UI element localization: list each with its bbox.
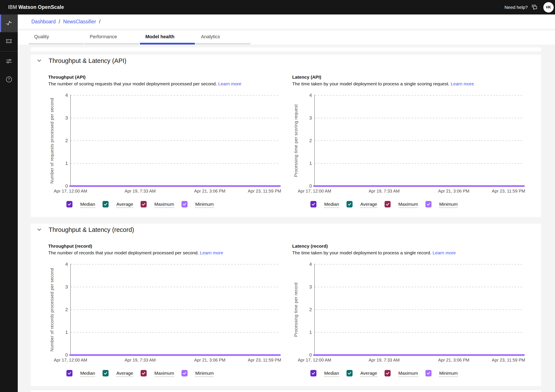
x-tick-label: Apr 17, 12:00 AM	[42, 357, 99, 363]
tab-quality[interactable]: Quality	[29, 30, 84, 44]
y-axis-line	[314, 264, 315, 356]
x-tick-label: Apr 19, 7:33 AM	[112, 357, 168, 363]
legend-label[interactable]: Median	[324, 202, 339, 208]
tab-underline	[196, 43, 250, 44]
breadcrumb-newsclassifier[interactable]: NewsClassifier	[63, 19, 96, 25]
need-help-link[interactable]: Need help?	[505, 5, 528, 10]
gridline	[315, 287, 524, 287]
legend-checkbox[interactable]	[310, 370, 316, 377]
legend-checkbox[interactable]	[141, 201, 147, 207]
legend-checkbox[interactable]	[66, 201, 73, 207]
legend-label[interactable]: Maximum	[398, 202, 418, 208]
tab-model-health[interactable]: Model health	[140, 30, 195, 44]
y-tick-label: 4	[55, 92, 68, 98]
legend-label[interactable]: Maximum	[154, 202, 174, 208]
x-tick-label: Apr 23, 11:59 PM	[225, 188, 281, 194]
y-tick-label: 4	[299, 92, 312, 98]
chart-description-text: The number of records that your model de…	[48, 250, 199, 255]
x-tick-label: Apr 17, 12:00 AM	[42, 188, 99, 194]
x-tick-label: Apr 23, 11:59 PM	[469, 188, 525, 194]
legend-item: Minimum	[425, 370, 458, 377]
y-tick-label: 4	[299, 261, 312, 267]
x-tick-label: Apr 19, 7:33 AM	[112, 188, 168, 194]
chevron-down-icon[interactable]	[37, 227, 41, 232]
legend-label[interactable]: Maximum	[398, 371, 418, 377]
brand-name: Watson OpenScale	[18, 4, 64, 10]
tab-underline	[140, 43, 195, 44]
y-axis-title: Processing time per scoring request	[293, 87, 299, 195]
y-axis-line	[70, 95, 71, 187]
legend-label[interactable]: Minimum	[195, 202, 214, 208]
learn-more-link[interactable]: Learn more	[200, 250, 223, 255]
tab-label: Performance	[90, 34, 117, 40]
sidebar-item-monitors[interactable]	[0, 14, 18, 32]
legend-checkbox[interactable]	[425, 370, 431, 377]
sidebar-item-help[interactable]: ?	[0, 71, 18, 88]
learn-more-link[interactable]: Learn more	[433, 250, 456, 255]
y-tick-label: 3	[299, 284, 312, 290]
sidebar-item-support[interactable]	[0, 32, 18, 50]
avatar[interactable]: HK	[543, 2, 554, 13]
section-card-api: Throughput & Latency (API)Throughput (AP…	[31, 55, 541, 217]
chart-description-text: The number of scoring requests that your…	[48, 81, 217, 86]
tab-underline	[29, 43, 84, 44]
chevron-down-icon[interactable]	[37, 58, 41, 63]
legend-label[interactable]: Minimum	[439, 202, 458, 208]
legend-checkbox[interactable]	[102, 201, 109, 207]
learn-more-link[interactable]: Learn more	[218, 81, 241, 86]
sidebar: ?	[0, 14, 18, 392]
breadcrumb-separator: /	[99, 19, 100, 25]
gridline	[315, 95, 524, 95]
legend-checkbox[interactable]	[385, 201, 391, 207]
tab-bar: QualityPerformanceModel healthAnalytics	[18, 30, 555, 44]
legend-item: Minimum	[182, 370, 214, 377]
breadcrumb: Dashboard / NewsClassifier /	[31, 19, 100, 25]
gridline	[71, 141, 280, 141]
legend-label[interactable]: Average	[116, 371, 133, 377]
legend-checkbox[interactable]	[310, 201, 316, 207]
gridline	[71, 332, 280, 333]
data-line	[69, 185, 281, 187]
breadcrumb-bar: Dashboard / NewsClassifier /	[18, 14, 555, 29]
learn-more-link[interactable]: Learn more	[451, 81, 474, 86]
legend-item: Maximum	[141, 201, 174, 208]
tab-analytics[interactable]: Analytics	[196, 30, 250, 44]
y-tick-label: 2	[299, 307, 312, 313]
legend-checkbox[interactable]	[385, 370, 391, 377]
breadcrumb-dashboard[interactable]: Dashboard	[31, 19, 56, 25]
data-line	[313, 354, 525, 356]
legend-checkbox[interactable]	[182, 201, 188, 207]
legend-label[interactable]: Median	[80, 371, 95, 377]
legend-checkbox[interactable]	[141, 370, 147, 377]
legend-checkbox[interactable]	[346, 370, 352, 377]
legend-label[interactable]: Maximum	[154, 371, 174, 377]
legend-checkbox[interactable]	[182, 370, 188, 377]
legend-checkbox[interactable]	[102, 370, 109, 377]
legend-checkbox[interactable]	[425, 201, 431, 207]
legend-checkbox[interactable]	[346, 201, 352, 207]
legend-label[interactable]: Average	[360, 371, 377, 377]
tabs: QualityPerformanceModel healthAnalytics	[29, 30, 251, 44]
legend-label[interactable]: Minimum	[195, 371, 214, 377]
y-axis-title: Number of requests processed per second	[50, 87, 55, 195]
tab-performance[interactable]: Performance	[84, 30, 139, 44]
legend-label[interactable]: Average	[116, 202, 133, 208]
data-line	[69, 354, 281, 356]
sidebar-item-configure[interactable]	[0, 53, 18, 71]
legend-label[interactable]: Median	[324, 371, 339, 377]
legend-label[interactable]: Average	[360, 202, 377, 208]
x-tick-label: Apr 23, 11:59 PM	[225, 357, 281, 363]
tab-underline	[84, 43, 139, 44]
app-header: IBM Watson OpenScale Need help? HK	[0, 0, 555, 14]
legend-label[interactable]: Median	[80, 202, 95, 208]
legend-item: Maximum	[385, 201, 418, 208]
y-tick-label: 3	[299, 115, 312, 121]
x-tick-label: Apr 19, 7:33 AM	[356, 188, 412, 194]
legend-checkbox[interactable]	[66, 370, 73, 377]
y-axis-line	[314, 95, 315, 187]
chart-description: The number of scoring requests that your…	[48, 81, 241, 87]
section-title: Throughput & Latency (API)	[49, 57, 126, 65]
legend-label[interactable]: Minimum	[439, 371, 458, 377]
gridline	[71, 95, 280, 95]
chat-icon[interactable]	[531, 4, 538, 11]
